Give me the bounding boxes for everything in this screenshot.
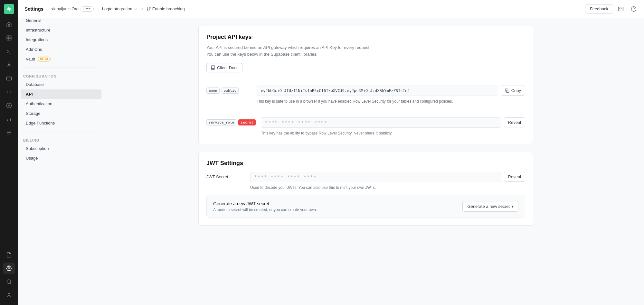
- service-key-labels: service_role secret: [206, 117, 256, 125]
- generate-jwt-title: Generate a new JWT secret: [213, 201, 317, 206]
- nav-storage-icon[interactable]: [3, 73, 15, 84]
- nav-docs-icon[interactable]: [3, 249, 15, 261]
- public-tag: public: [222, 88, 239, 94]
- service-key-note: This key has the ability to bypass Row L…: [261, 130, 525, 136]
- anon-key-input: eyJhbGciOiJIUzI1NiIsInR5cCI6IkpXVCJ9.eyJ…: [257, 86, 498, 96]
- sidebar-item-subscription[interactable]: Subscription: [21, 144, 101, 153]
- service-role-tag: service_role: [206, 119, 236, 125]
- anon-key-note: This key is safe to use in a browser if …: [257, 98, 525, 104]
- plan-badge: Free: [80, 6, 94, 12]
- reveal-jwt-secret-button[interactable]: Reveal: [504, 172, 525, 182]
- jwt-secret-right: **** **** **** **** Reveal Used to decod…: [250, 172, 525, 190]
- sidebar-item-vault[interactable]: Vault BETA: [21, 54, 101, 64]
- anon-key-input-row: eyJhbGciOiJIUzI1NiIsInR5cCI6IkpXVCJ9.eyJ…: [257, 86, 525, 96]
- nav-auth-icon[interactable]: [3, 59, 15, 71]
- nav-profile-icon[interactable]: [3, 290, 15, 301]
- sidebar-item-integrations[interactable]: Integrations: [21, 35, 101, 44]
- sidebar-item-storage[interactable]: Storage: [21, 109, 101, 118]
- app-logo[interactable]: [4, 4, 14, 14]
- breadcrumb-project[interactable]: LogtoIntegration: [102, 6, 138, 11]
- service-key-row: service_role secret **** **** **** **** …: [206, 111, 525, 136]
- anon-key-row: anon public eyJhbGciOiJIUzI1NiIsInR5cCI6…: [206, 79, 525, 104]
- svg-point-8: [7, 103, 12, 108]
- jwt-secret-note: Used to decode your JWTs. You can also u…: [250, 185, 525, 190]
- generate-jwt-text: Generate a new JWT secret A random secre…: [213, 201, 317, 212]
- book-icon: [211, 65, 215, 70]
- sidebar-divider-2: [23, 132, 99, 132]
- copy-anon-key-button[interactable]: Copy: [501, 86, 525, 96]
- sidebar-item-label: Database: [26, 82, 44, 87]
- nav-realtime-icon[interactable]: [3, 100, 15, 111]
- sidebar-item-addons[interactable]: Add Ons: [21, 45, 101, 54]
- anon-tag: anon: [206, 88, 220, 94]
- sidebar-item-label: Infrastructure: [26, 28, 51, 32]
- breadcrumb-org[interactable]: xiaoyijun's Org: [51, 6, 79, 11]
- configuration-section-title: CONFIGURATION: [18, 72, 104, 79]
- feedback-button[interactable]: Feedback: [585, 4, 613, 14]
- sidebar-item-label: Add Ons: [26, 47, 42, 52]
- sidebar-item-api[interactable]: API: [21, 89, 101, 99]
- sidebar-item-label: Usage: [26, 156, 38, 161]
- sidebar-item-infrastructure[interactable]: Infrastructure: [21, 25, 101, 35]
- api-keys-title: Project API keys: [206, 34, 525, 41]
- mail-icon-button[interactable]: [616, 4, 626, 14]
- nav-logs-icon[interactable]: [3, 127, 15, 138]
- nav-table-icon[interactable]: [3, 32, 15, 44]
- help-icon-button[interactable]: [629, 4, 639, 14]
- sidebar-item-label: Storage: [26, 111, 41, 116]
- chevron-down-icon: ▾: [512, 204, 514, 209]
- nav-editor-icon[interactable]: [3, 46, 15, 57]
- billing-section-title: BILLING: [18, 136, 104, 143]
- nav-home-icon[interactable]: [3, 19, 15, 30]
- jwt-secret-input-row: **** **** **** **** Reveal: [250, 172, 525, 182]
- service-key-value-section: **** **** **** **** Reveal This key has …: [261, 117, 525, 136]
- nav-settings-icon[interactable]: [3, 263, 15, 274]
- svg-point-16: [8, 268, 10, 269]
- service-key-input: **** **** **** ****: [261, 117, 501, 128]
- topbar-right: Feedback: [585, 4, 639, 14]
- nav-functions-icon[interactable]: [3, 86, 15, 98]
- sidebar-item-edge-functions[interactable]: Edge Functions: [21, 118, 101, 128]
- sidebar-item-label: Authentication: [26, 101, 52, 106]
- content-wrapper: Project API keys Your API is secured beh…: [198, 26, 533, 226]
- service-key-input-row: **** **** **** **** Reveal: [261, 117, 525, 128]
- api-keys-description: Your API is secured behind an API gatewa…: [206, 44, 525, 58]
- sidebar-item-database[interactable]: Database: [21, 80, 101, 89]
- generate-jwt-desc: A random secret will be created, or you …: [213, 208, 317, 212]
- sidebar: PROJECT SETTINGS General Infrastructure …: [18, 0, 104, 305]
- api-keys-card: Project API keys Your API is secured beh…: [198, 26, 533, 144]
- nav-search-icon[interactable]: [3, 276, 15, 288]
- client-docs-button[interactable]: Client Docs: [206, 63, 242, 72]
- svg-rect-6: [7, 77, 12, 80]
- svg-point-9: [8, 105, 10, 106]
- vault-beta-badge: BETA: [38, 57, 51, 61]
- jwt-secret-label: JWT Secret: [206, 172, 245, 179]
- branch-label[interactable]: Enable branching: [147, 6, 185, 11]
- sidebar-divider-1: [23, 68, 99, 68]
- jwt-secret-input: **** **** **** ****: [250, 172, 501, 182]
- generate-new-secret-button[interactable]: Generate a new secret ▾: [462, 201, 518, 212]
- sidebar-item-authentication[interactable]: Authentication: [21, 99, 101, 108]
- main-content: Project API keys Your API is secured beh…: [191, 18, 644, 305]
- anon-key-value-section: eyJhbGciOiJIUzI1NiIsInR5cCI6IkpXVCJ9.eyJ…: [257, 86, 525, 104]
- generate-jwt-section: Generate a new JWT secret A random secre…: [206, 196, 525, 217]
- sidebar-item-usage[interactable]: Usage: [21, 153, 101, 163]
- sidebar-item-label: Edge Functions: [26, 121, 55, 125]
- svg-rect-25: [507, 90, 509, 93]
- jwt-settings-title: JWT Settings: [206, 160, 525, 167]
- jwt-settings-card: JWT Settings JWT Secret **** **** **** *…: [198, 152, 533, 226]
- secret-tag: secret: [238, 119, 256, 125]
- copy-icon: [505, 88, 509, 93]
- sidebar-item-label: Vault: [26, 57, 35, 61]
- sidebar-item-label: General: [26, 18, 41, 23]
- svg-point-19: [8, 293, 10, 295]
- reveal-service-key-button[interactable]: Reveal: [504, 117, 525, 127]
- svg-point-21: [149, 7, 150, 8]
- breadcrumb: xiaoyijun's Org Free LogtoIntegration En…: [51, 6, 185, 12]
- svg-point-17: [7, 280, 11, 283]
- svg-line-18: [10, 283, 11, 284]
- icon-rail: [0, 0, 18, 305]
- sidebar-item-label: API: [26, 92, 33, 97]
- sidebar-item-label: Subscription: [26, 146, 49, 151]
- nav-reports-icon[interactable]: [3, 113, 15, 125]
